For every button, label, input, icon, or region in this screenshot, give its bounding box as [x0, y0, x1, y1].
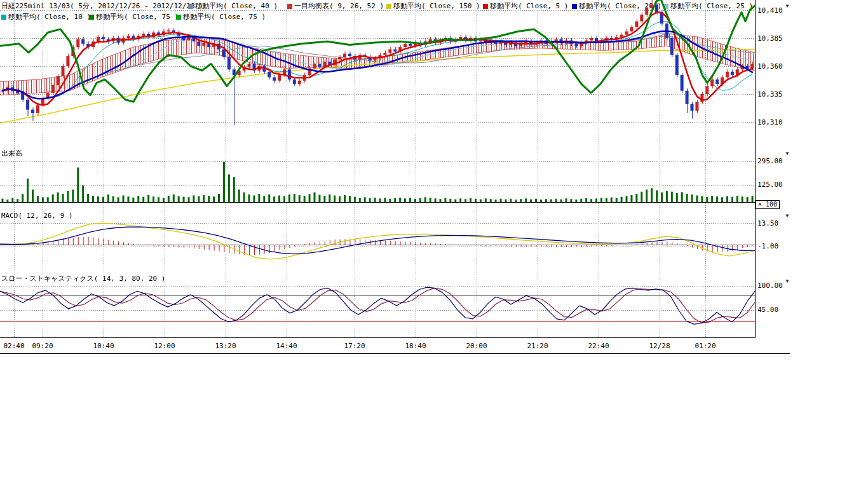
x-axis-line	[0, 337, 756, 338]
time-axis-label: 02:40	[0, 342, 29, 350]
volume-chart-canvas[interactable]	[0, 148, 755, 212]
macd-scale-arrow-icon[interactable]: ▼	[783, 212, 791, 219]
price-axis-label: 10,335	[757, 90, 788, 98]
stochastics-pane-title: スロー・ストキャスティクス( 14, 3, 80, 20 )	[1, 274, 165, 283]
time-axis-label: 12/28	[644, 342, 675, 350]
macd-chart-canvas[interactable]	[0, 212, 755, 275]
time-axis-label: 17:20	[339, 342, 370, 350]
chart-frame-bottom-line	[0, 353, 790, 354]
price-axis-label: 10,310	[757, 118, 788, 126]
volume-pane-title: 出来高	[1, 149, 22, 158]
volume-axis-label: 125.00	[757, 180, 788, 189]
time-axis-label: 18:40	[400, 342, 431, 350]
time-axis-label: 21:20	[522, 342, 553, 350]
volume-axis-label: 295.00	[757, 157, 788, 165]
macd-axis-label: 13.50	[757, 219, 788, 227]
price-axis-label: 10,385	[757, 34, 788, 43]
price-scale-arrow-icon[interactable]: ▼	[783, 3, 791, 10]
time-axis-label: 01:20	[690, 342, 721, 350]
time-axis-label: 13:20	[210, 342, 241, 350]
stochastics-chart-canvas[interactable]	[0, 277, 755, 337]
volume-multiplier-badge: × 100	[756, 200, 780, 209]
right-axis-line	[755, 0, 756, 337]
stochastics-scale-arrow-icon[interactable]: ▼	[783, 278, 791, 285]
time-axis-label: 20:00	[461, 342, 492, 350]
time-axis-label: 10:40	[88, 342, 119, 350]
chart-application: 日経225mini 13/03( 5分, 2012/12/26 - 2012/1…	[0, 0, 868, 488]
macd-axis-label: -1.00	[757, 242, 788, 250]
price-chart-canvas[interactable]	[0, 0, 755, 148]
macd-pane-title: MACD( 12, 26, 9 )	[1, 212, 73, 220]
time-axis-label: 14:40	[271, 342, 302, 350]
time-axis-label: 22:40	[583, 342, 614, 350]
volume-scale-arrow-icon[interactable]: ▼	[783, 150, 791, 157]
stochastics-axis-label: 45.00	[757, 306, 788, 314]
time-axis-label: 09:20	[27, 342, 58, 350]
price-axis-label: 10,360	[757, 62, 788, 71]
time-axis-label: 12:00	[149, 342, 180, 350]
